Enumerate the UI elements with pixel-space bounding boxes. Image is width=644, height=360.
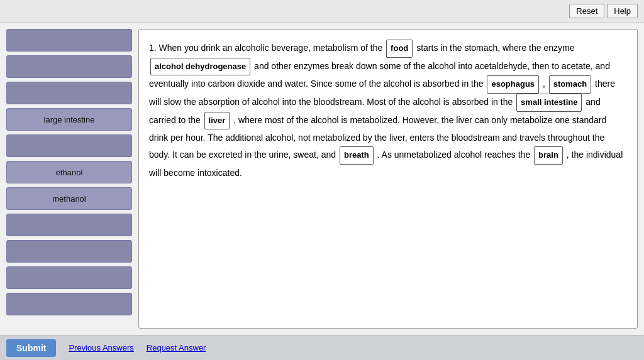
blank-breath[interactable]: breath bbox=[340, 146, 374, 165]
left-panel: large intestine ethanol methanol bbox=[6, 29, 132, 329]
main-content: large intestine ethanol methanol 1. When… bbox=[0, 23, 644, 335]
text-2: starts in the stomach, where the enzyme bbox=[416, 43, 574, 53]
request-answer-link[interactable]: Request Answer bbox=[147, 343, 206, 352]
question-number: 1. When you drink an alcoholic beverage,… bbox=[149, 43, 385, 53]
blank-liver[interactable]: liver bbox=[204, 112, 230, 130]
drag-item-methanol[interactable]: methanol bbox=[6, 187, 132, 210]
drag-item-3[interactable] bbox=[6, 82, 132, 104]
top-bar: Reset Help bbox=[0, 0, 644, 23]
previous-answers-link[interactable]: Previous Answers bbox=[69, 343, 133, 352]
drag-item-ethanol[interactable]: ethanol bbox=[6, 161, 132, 183]
blank-stomach[interactable]: stomach bbox=[549, 75, 591, 94]
blank-esophagus[interactable]: esophagus bbox=[487, 75, 539, 94]
blank-food[interactable]: food bbox=[386, 40, 413, 58]
drag-item-5[interactable] bbox=[6, 134, 132, 157]
drag-item-10[interactable] bbox=[6, 266, 132, 289]
blank-brain[interactable]: brain bbox=[534, 146, 563, 165]
drag-item-2[interactable] bbox=[6, 55, 132, 78]
drag-item-large-intestine[interactable]: large intestine bbox=[6, 108, 132, 131]
submit-button[interactable]: Submit bbox=[6, 339, 56, 357]
blank-small-intestine[interactable]: small intestine bbox=[516, 94, 582, 112]
right-panel: 1. When you drink an alcoholic beverage,… bbox=[138, 29, 638, 329]
bottom-bar: Submit Previous Answers Request Answer bbox=[0, 335, 644, 360]
text-comma: , bbox=[543, 79, 548, 89]
drag-item-11[interactable] bbox=[6, 293, 132, 315]
help-button[interactable]: Help bbox=[607, 4, 638, 18]
reset-button[interactable]: Reset bbox=[569, 4, 604, 18]
drag-item-1[interactable] bbox=[6, 29, 132, 52]
drag-item-9[interactable] bbox=[6, 240, 132, 263]
text-7: . As unmetabolized alcohol reaches the bbox=[377, 150, 533, 160]
drag-item-8[interactable] bbox=[6, 214, 132, 236]
blank-alcohol-dehydrogenase[interactable]: alcohol dehydrogenase bbox=[150, 58, 250, 76]
